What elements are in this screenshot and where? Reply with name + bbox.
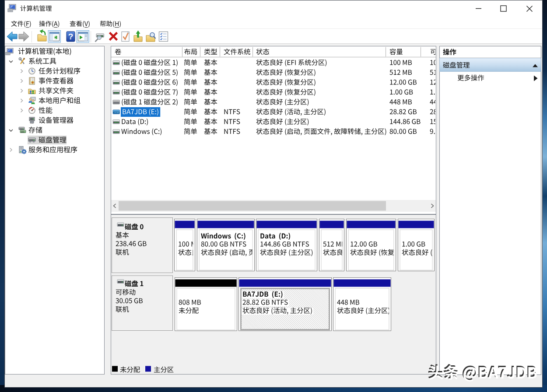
svg-text:?: ? [68,32,74,41]
